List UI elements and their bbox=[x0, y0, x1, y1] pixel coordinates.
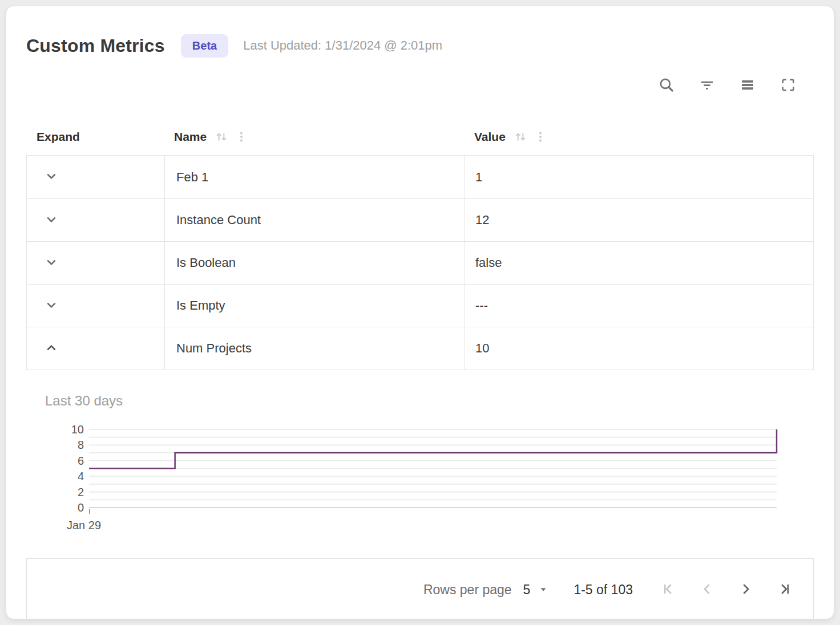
first-page-icon bbox=[660, 581, 676, 599]
metric-chart: 0246810Jan 29 bbox=[58, 425, 780, 536]
metric-name-cell: Feb 1 bbox=[164, 156, 465, 198]
table-body: Feb 1 1 Instance Count 12 Is Boolean fal… bbox=[26, 155, 814, 370]
svg-text:6: 6 bbox=[78, 454, 84, 467]
beta-badge: Beta bbox=[181, 34, 228, 58]
metric-value-cell: --- bbox=[465, 285, 813, 327]
metric-value-cell: 10 bbox=[465, 327, 813, 370]
custom-metrics-card: Custom Metrics Beta Last Updated: 1/31/2… bbox=[6, 6, 834, 619]
chart-title: Last 30 days bbox=[45, 393, 814, 409]
chevron-down-icon bbox=[44, 212, 59, 229]
sort-icon[interactable] bbox=[513, 129, 528, 144]
metric-name-cell: Is Boolean bbox=[164, 242, 465, 284]
metrics-table: Expand Name Value bbox=[26, 119, 814, 370]
previous-page-button bbox=[699, 581, 715, 599]
last-page-button[interactable] bbox=[777, 581, 793, 599]
fullscreen-button[interactable] bbox=[779, 76, 797, 95]
column-menu-icon[interactable] bbox=[235, 129, 248, 144]
rows-per-page-value: 5 bbox=[523, 582, 531, 598]
dropdown-arrow-icon bbox=[530, 583, 550, 598]
search-button[interactable] bbox=[657, 76, 676, 95]
page-title: Custom Metrics bbox=[26, 35, 165, 56]
last-updated-text: Last Updated: 1/31/2024 @ 2:01pm bbox=[243, 38, 442, 53]
fullscreen-icon bbox=[780, 76, 797, 95]
table-header-row: Expand Name Value bbox=[26, 119, 814, 155]
table-row: Is Empty --- bbox=[27, 284, 813, 327]
svg-text:8: 8 bbox=[78, 439, 84, 451]
column-header-name[interactable]: Name bbox=[164, 129, 464, 144]
last-page-icon bbox=[777, 581, 793, 599]
table-row: Feb 1 1 bbox=[27, 156, 813, 198]
first-page-button bbox=[660, 581, 676, 599]
svg-text:10: 10 bbox=[71, 425, 84, 436]
collapse-row-button[interactable] bbox=[44, 340, 59, 357]
metric-value-cell: false bbox=[465, 242, 813, 284]
density-button[interactable] bbox=[738, 76, 757, 95]
svg-text:0: 0 bbox=[78, 501, 84, 514]
column-menu-icon[interactable] bbox=[534, 129, 547, 144]
column-header-value[interactable]: Value bbox=[464, 129, 814, 144]
chevron-down-icon bbox=[44, 298, 59, 314]
filter-icon bbox=[698, 76, 716, 95]
metric-value-cell: 1 bbox=[465, 156, 813, 198]
chevron-left-icon bbox=[699, 581, 715, 599]
metric-name-cell: Num Projects bbox=[164, 327, 465, 370]
rows-per-page-label: Rows per page bbox=[423, 582, 512, 598]
grid-toolbar bbox=[26, 76, 814, 95]
metric-name-cell: Instance Count bbox=[164, 199, 465, 241]
table-row: Is Boolean false bbox=[27, 241, 813, 284]
expand-row-button[interactable] bbox=[44, 255, 59, 271]
sort-icon[interactable] bbox=[214, 129, 229, 144]
chevron-down-icon bbox=[44, 255, 59, 271]
expand-row-button[interactable] bbox=[44, 169, 59, 185]
chevron-down-icon bbox=[44, 169, 59, 185]
chevron-right-icon bbox=[738, 581, 754, 599]
expand-row-button[interactable] bbox=[44, 298, 59, 314]
table-row: Instance Count 12 bbox=[27, 198, 813, 241]
svg-text:2: 2 bbox=[78, 486, 84, 498]
expand-row-button[interactable] bbox=[44, 212, 59, 229]
filter-button[interactable] bbox=[698, 76, 716, 95]
metric-name-cell: Is Empty bbox=[164, 285, 465, 327]
next-page-button[interactable] bbox=[738, 581, 754, 599]
rows-per-page-select[interactable]: 5 bbox=[523, 582, 550, 598]
svg-text:Jan 29: Jan 29 bbox=[67, 519, 101, 531]
title-row: Custom Metrics Beta Last Updated: 1/31/2… bbox=[26, 28, 814, 63]
chevron-up-icon bbox=[44, 340, 59, 357]
pagination-range-label: 1-5 of 103 bbox=[574, 582, 633, 598]
pagination-footer: Rows per page 5 1-5 of 103 bbox=[26, 558, 814, 619]
column-header-expand: Expand bbox=[26, 130, 164, 144]
metric-value-cell: 12 bbox=[465, 199, 813, 241]
pagination-nav bbox=[660, 581, 793, 599]
table-row-expanded: Num Projects 10 bbox=[27, 327, 813, 370]
density-icon bbox=[740, 77, 756, 95]
row-detail-panel: Last 30 days 0246810Jan 29 bbox=[6, 370, 834, 558]
svg-text:4: 4 bbox=[78, 470, 84, 482]
search-icon bbox=[658, 76, 675, 95]
header-section: Custom Metrics Beta Last Updated: 1/31/2… bbox=[6, 6, 834, 95]
